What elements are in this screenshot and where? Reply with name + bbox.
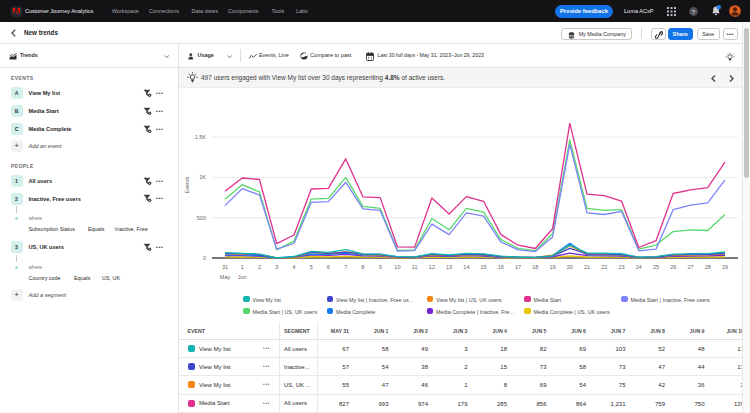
svg-text:7: 7 (344, 264, 347, 270)
svg-text:Jun: Jun (238, 274, 247, 280)
svg-text:19: 19 (550, 264, 556, 270)
svg-text:15: 15 (481, 264, 487, 270)
svg-text:1.5K: 1.5K (195, 134, 207, 140)
svg-text:2: 2 (258, 264, 261, 270)
svg-text:Events: Events (184, 176, 190, 193)
svg-text:?: ? (691, 7, 695, 14)
svg-text:31: 31 (222, 264, 228, 270)
svg-text:14: 14 (463, 264, 469, 270)
svg-text:9: 9 (379, 264, 382, 270)
svg-text:1: 1 (241, 264, 244, 270)
svg-text:21: 21 (584, 264, 590, 270)
svg-text:May: May (220, 274, 231, 280)
svg-text:500: 500 (197, 215, 206, 221)
svg-text:20: 20 (567, 264, 573, 270)
svg-text:8: 8 (361, 264, 364, 270)
svg-text:5: 5 (310, 264, 313, 270)
svg-text:1K: 1K (199, 174, 206, 180)
svg-text:27: 27 (687, 264, 693, 270)
svg-text:0: 0 (203, 255, 206, 261)
svg-text:26: 26 (670, 264, 676, 270)
svg-text:23: 23 (618, 264, 624, 270)
svg-text:4: 4 (292, 264, 295, 270)
svg-text:10: 10 (394, 264, 400, 270)
svg-text:18: 18 (532, 264, 538, 270)
svg-text:3: 3 (275, 264, 278, 270)
svg-text:25: 25 (653, 264, 659, 270)
svg-text:11: 11 (412, 264, 418, 270)
svg-text:13: 13 (446, 264, 452, 270)
svg-text:24: 24 (636, 264, 642, 270)
svg-text:22: 22 (601, 264, 607, 270)
svg-text:6: 6 (327, 264, 330, 270)
svg-text:16: 16 (498, 264, 504, 270)
svg-text:29: 29 (722, 264, 728, 270)
svg-text:28: 28 (705, 264, 711, 270)
svg-text:12: 12 (429, 264, 435, 270)
svg-text:17: 17 (515, 264, 521, 270)
